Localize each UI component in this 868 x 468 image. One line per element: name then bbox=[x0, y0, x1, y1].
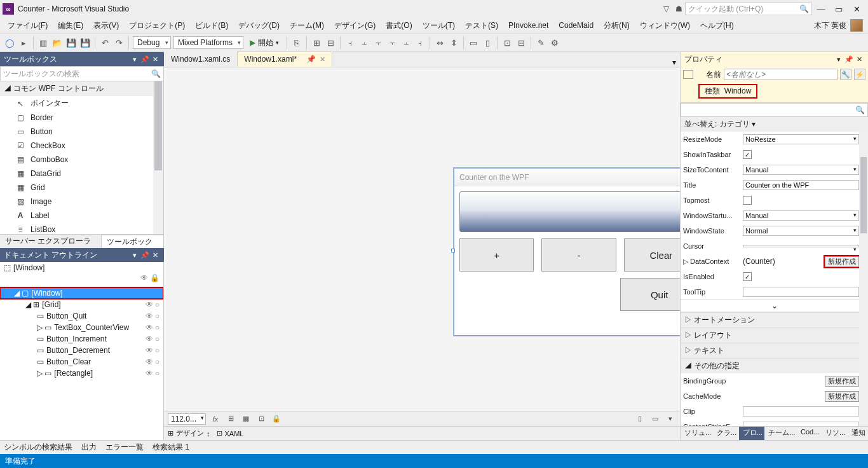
menu-codemaid[interactable]: CodeMaid bbox=[553, 20, 599, 31]
bottom-tab-output[interactable]: 出力 bbox=[81, 442, 97, 453]
toolbox-scrollbar[interactable] bbox=[153, 81, 163, 234]
toolbox-item-label[interactable]: ALabel bbox=[0, 209, 163, 223]
eye-icon[interactable]: 👁 bbox=[146, 312, 153, 320]
toolbox-category[interactable]: ◢ コモン WPF コントロール bbox=[0, 81, 163, 96]
grid-snap-icon[interactable]: ⊞ bbox=[225, 413, 236, 425]
notifications-icon[interactable]: ▽ bbox=[660, 4, 672, 13]
outline-lock-icon[interactable]: 🔒 bbox=[150, 273, 159, 287]
outline-item-increment[interactable]: ▭ Button_Increment👁○ bbox=[0, 333, 163, 345]
menu-tools[interactable]: ツール(T) bbox=[417, 19, 460, 32]
outline-pin-icon[interactable]: 📌 bbox=[140, 251, 150, 259]
bottom-tab-symbols[interactable]: シンボルの検索結果 bbox=[4, 442, 72, 453]
rtab-resource[interactable]: リソ... bbox=[822, 427, 848, 440]
outline-item-rectangle[interactable]: ▷ ▭ [Rectangle]👁○ bbox=[0, 368, 163, 379]
eye-icon[interactable]: 👁 bbox=[146, 346, 153, 355]
maximize-button[interactable]: ▭ bbox=[830, 4, 848, 14]
tab-close-icon[interactable]: ✕ bbox=[320, 55, 325, 64]
tb-icon-1[interactable]: ⎘ bbox=[291, 37, 302, 48]
prop-close-icon[interactable]: ✕ bbox=[854, 55, 864, 64]
lock-icon[interactable]: ○ bbox=[155, 369, 159, 378]
menu-format[interactable]: 書式(O) bbox=[381, 19, 417, 32]
misc-icon-2[interactable]: ⚙ bbox=[549, 37, 560, 48]
align-right-icon[interactable]: ⫟ bbox=[372, 37, 384, 48]
tab-server-explorer[interactable]: サーバー エクスプローラー bbox=[0, 235, 101, 248]
open-icon[interactable]: 📂 bbox=[51, 37, 63, 48]
prop-name-input[interactable] bbox=[724, 69, 837, 80]
rtab-team[interactable]: チーム... bbox=[764, 427, 797, 440]
rtab-solution[interactable]: ソリュ... bbox=[681, 427, 713, 440]
designer-view-tab[interactable]: ⊞ デザイン ↕ bbox=[168, 429, 210, 438]
tb-icon-2[interactable]: ⊞ bbox=[311, 37, 322, 48]
toolbox-item-image[interactable]: ▨Image bbox=[0, 195, 163, 209]
order-front-icon[interactable]: ▭ bbox=[468, 37, 479, 48]
wpf-plus-button[interactable]: + bbox=[459, 238, 534, 272]
outline-dropdown-icon[interactable]: ▾ bbox=[130, 251, 140, 259]
lock-icon[interactable]: ○ bbox=[155, 346, 159, 355]
new-project-icon[interactable]: ▥ bbox=[37, 37, 49, 48]
tb-icon-3[interactable]: ⊟ bbox=[325, 37, 336, 48]
toolbox-item-pointer[interactable]: ↖ポインター bbox=[0, 96, 163, 111]
nav-fwd-icon[interactable]: ▸ bbox=[18, 37, 29, 48]
prop-cat-other[interactable]: ◢ その他の指定 bbox=[681, 358, 868, 373]
dist-v-icon[interactable]: ⇕ bbox=[448, 37, 459, 48]
prop-datacontext-new[interactable]: 新規作成 bbox=[825, 256, 859, 267]
redo-icon[interactable]: ↷ bbox=[113, 37, 125, 48]
menu-test[interactable]: テスト(S) bbox=[460, 19, 503, 32]
toolbox-close-icon[interactable]: ✕ bbox=[150, 55, 160, 64]
menu-view[interactable]: 表示(V) bbox=[88, 19, 124, 32]
bottom-tab-errors[interactable]: エラー一覧 bbox=[105, 442, 144, 453]
dist-h-icon[interactable]: ⇔ bbox=[434, 37, 445, 48]
save-all-icon[interactable]: 💾 bbox=[79, 37, 91, 48]
prop-windowstate[interactable]: Normal bbox=[743, 226, 859, 236]
toolbox-dropdown-icon[interactable]: ▾ bbox=[130, 55, 140, 64]
prop-csf[interactable] bbox=[743, 422, 859, 426]
user-name[interactable]: 木下 英俊 bbox=[814, 20, 846, 31]
split-h-icon[interactable]: ▯ bbox=[634, 413, 646, 425]
lock-icon[interactable]: ○ bbox=[155, 357, 159, 366]
save-icon[interactable]: 💾 bbox=[65, 37, 77, 48]
wpf-minus-button[interactable]: - bbox=[541, 238, 616, 272]
tab-pin-icon[interactable]: 📌 bbox=[306, 55, 316, 64]
menu-help[interactable]: ヘルプ(H) bbox=[695, 19, 739, 32]
menu-edit[interactable]: 編集(E) bbox=[53, 19, 88, 32]
minimize-button[interactable]: — bbox=[812, 4, 830, 14]
prop-wrench-icon[interactable]: 🔧 bbox=[840, 69, 851, 80]
prop-showintaskbar[interactable]: ✓ bbox=[743, 150, 752, 159]
undo-icon[interactable]: ↶ bbox=[99, 37, 111, 48]
outline-item-grid[interactable]: ◢ ⊞ [Grid]👁○ bbox=[0, 299, 163, 310]
outline-item-clear[interactable]: ▭ Button_Clear👁○ bbox=[0, 356, 163, 368]
menu-build[interactable]: ビルド(B) bbox=[190, 19, 233, 32]
prop-bindinggroup-new[interactable]: 新規作成 bbox=[825, 376, 859, 387]
quick-launch-input[interactable]: クイック起動 (Ctrl+Q) 🔍 bbox=[685, 3, 812, 15]
prop-pin-icon[interactable]: 📌 bbox=[844, 55, 854, 64]
align-mid-icon[interactable]: ⫠ bbox=[400, 37, 412, 48]
prop-events-icon[interactable]: ⚡ bbox=[854, 69, 865, 80]
tab-toolbox[interactable]: ツールボックス bbox=[101, 235, 164, 248]
zoom-dropdown[interactable]: 112.0... bbox=[168, 413, 206, 425]
toolbox-search-input[interactable]: ツールボックスの検索 🔍 bbox=[0, 66, 164, 81]
prop-clip[interactable] bbox=[743, 406, 859, 416]
editor-tab-xaml[interactable]: Window1.xaml* 📌✕ bbox=[237, 52, 332, 67]
ungroup-icon[interactable]: ⊟ bbox=[515, 37, 527, 48]
outline-root[interactable]: ⬚ [Window] bbox=[0, 262, 163, 273]
align-bot-icon[interactable]: ⫞ bbox=[414, 37, 426, 48]
fx-icon[interactable]: fx bbox=[210, 413, 221, 425]
prop-cursor[interactable] bbox=[743, 245, 859, 247]
prop-cat-layout[interactable]: ▷ レイアウト bbox=[681, 327, 868, 343]
lock-icon[interactable]: ○ bbox=[155, 300, 159, 309]
align-top-icon[interactable]: ⫟ bbox=[386, 37, 398, 48]
outline-item-window[interactable]: ◢ ▢ [Window] bbox=[0, 287, 163, 299]
prop-cat-automation[interactable]: ▷ オートメーション bbox=[681, 312, 868, 327]
wpf-window-preview[interactable]: Counter on the WPF + - Clear Quit bbox=[454, 168, 680, 336]
prop-sort-dropdown[interactable]: 並べ替え: カテゴリ ▾ bbox=[681, 117, 868, 132]
toolbox-item-checkbox[interactable]: ☑CheckBox bbox=[0, 139, 163, 153]
prop-dropdown-icon[interactable]: ▾ bbox=[834, 55, 844, 64]
collapse-icon[interactable]: ▾ bbox=[665, 413, 676, 425]
user-avatar[interactable] bbox=[850, 19, 863, 32]
prop-startup[interactable]: Manual bbox=[743, 210, 859, 221]
close-button[interactable]: ✕ bbox=[848, 4, 865, 14]
wpf-clear-button[interactable]: Clear bbox=[624, 238, 680, 272]
rtab-code[interactable]: Cod... bbox=[797, 427, 822, 440]
platform-dropdown[interactable]: Mixed Platforms bbox=[173, 36, 243, 49]
wpf-counter-textbox[interactable] bbox=[459, 191, 680, 232]
